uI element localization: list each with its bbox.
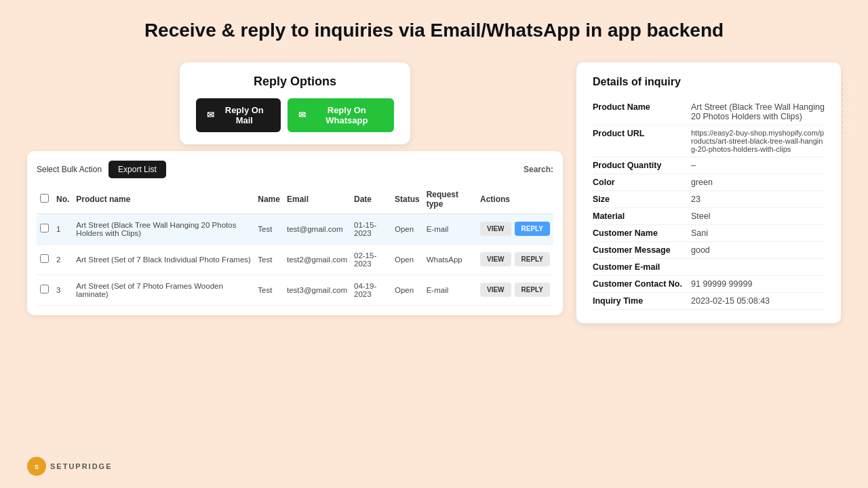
col-request-type: Request type: [423, 185, 477, 214]
detail-customer-contact: Customer Contact No. 91 99999 99999: [593, 275, 825, 292]
reply-options-card: Reply Options ✉ Reply On Mail ✉ Reply On…: [180, 62, 410, 144]
logo-text: SETUPRIDGE: [50, 462, 113, 470]
detail-customer-name: Customer Name Sani: [593, 224, 825, 241]
table-header-row: No. Product name Name Email Date Status …: [37, 185, 553, 214]
row2-request-type: WhatsApp: [423, 244, 477, 274]
detail-product-name: Product Name Art Street (Black Tree Wall…: [593, 99, 825, 125]
col-date: Date: [351, 185, 391, 214]
row3-actions: VIEW REPLY: [477, 274, 553, 305]
right-panel: Details of inquiry Product Name Art Stre…: [576, 62, 841, 323]
detail-material: Material Steel: [593, 207, 825, 224]
row2-status: Open: [391, 244, 423, 274]
table-row: 1 Art Street (Black Tree Wall Hanging 20…: [37, 214, 553, 244]
row1-select[interactable]: [40, 224, 49, 232]
row3-no: 3: [53, 274, 73, 305]
row3-name: Test: [254, 274, 283, 305]
detail-value: green: [691, 174, 825, 190]
row2-reply-button[interactable]: REPLY: [515, 252, 550, 266]
row2-actions: VIEW REPLY: [477, 244, 553, 274]
details-table: Product Name Art Street (Black Tree Wall…: [593, 99, 825, 310]
col-product-name: Product name: [73, 185, 254, 214]
row1-product: Art Street (Black Tree Wall Hanging 20 P…: [73, 214, 254, 244]
details-title: Details of inquiry: [593, 76, 825, 88]
detail-value: https://easy2-buy-shop.myshopify.com/pro…: [691, 125, 825, 157]
export-list-button[interactable]: Export List: [108, 161, 166, 178]
details-card: Details of inquiry Product Name Art Stre…: [576, 62, 841, 323]
row1-email: test@gmail.com: [283, 214, 351, 244]
col-status: Status: [391, 185, 423, 214]
detail-value: Steel: [691, 207, 825, 224]
detail-product-quantity: Product Quantity –: [593, 157, 825, 174]
row3-view-button[interactable]: VIEW: [480, 283, 511, 297]
detail-product-url: Product URL https://easy2-buy-shop.mysho…: [593, 125, 825, 157]
col-no: No.: [53, 185, 73, 214]
row2-date: 02-15-2023: [351, 244, 391, 274]
search-area: Search:: [524, 165, 553, 174]
row3-checkbox: [37, 274, 53, 305]
row1-status: Open: [391, 214, 423, 244]
row1-view-button[interactable]: VIEW: [480, 222, 511, 236]
detail-value: Art Street (Black Tree Wall Hanging 20 P…: [691, 99, 825, 125]
logo-area: S SETUPRIDGE: [27, 457, 113, 476]
row2-name: Test: [254, 244, 283, 274]
detail-customer-email: Customer E-mail: [593, 258, 825, 275]
row1-date: 01-15-2023: [351, 214, 391, 244]
row3-email: test3@gmail.com: [283, 274, 351, 305]
detail-value: 2023-02-15 05:08:43: [691, 292, 825, 309]
bulk-action-label: Select Bulk Action: [37, 165, 102, 174]
row2-checkbox: [37, 244, 53, 274]
left-panel: Reply Options ✉ Reply On Mail ✉ Reply On…: [27, 62, 563, 323]
checkbox-header: [37, 185, 53, 214]
svg-text:S: S: [35, 464, 39, 470]
detail-value: 23: [691, 190, 825, 207]
reply-on-mail-button[interactable]: ✉ Reply On Mail: [196, 98, 281, 132]
table-toolbar: Select Bulk Action Export List Search:: [37, 161, 553, 178]
col-email: Email: [283, 185, 351, 214]
row1-name: Test: [254, 214, 283, 244]
detail-value: [691, 258, 825, 275]
detail-value: –: [691, 157, 825, 174]
detail-color: Color green: [593, 174, 825, 190]
search-label: Search:: [524, 165, 553, 174]
detail-label: Inquiry Time: [593, 292, 691, 309]
logo-icon: S: [27, 457, 46, 476]
row1-checkbox: [37, 214, 53, 244]
col-actions: Actions: [477, 185, 553, 214]
row1-actions: VIEW REPLY: [477, 214, 553, 244]
row1-reply-button[interactable]: REPLY: [515, 222, 550, 236]
row3-date: 04-19-2023: [351, 274, 391, 305]
row1-request-type: E-mail: [423, 214, 477, 244]
detail-label: Customer Name: [593, 224, 691, 241]
row2-no: 2: [53, 244, 73, 274]
detail-label: Size: [593, 190, 691, 207]
detail-label: Color: [593, 174, 691, 190]
detail-inquiry-time: Inquiry Time 2023-02-15 05:08:43: [593, 292, 825, 309]
col-name: Name: [254, 185, 283, 214]
detail-label: Product Name: [593, 99, 691, 125]
reply-options-title: Reply Options: [196, 75, 394, 89]
detail-value: 91 99999 99999: [691, 275, 825, 292]
row3-select[interactable]: [40, 285, 49, 293]
row2-product: Art Street (Set of 7 Black Individual Ph…: [73, 244, 254, 274]
row2-email: test2@gmail.com: [283, 244, 351, 274]
select-all-checkbox[interactable]: [40, 194, 49, 203]
whatsapp-icon: ✉: [298, 110, 306, 120]
reply-on-whatsapp-button[interactable]: ✉ Reply On Whatsapp: [288, 98, 394, 132]
row2-select[interactable]: [40, 254, 49, 263]
row2-view-button[interactable]: VIEW: [480, 252, 511, 266]
row3-request-type: E-mail: [423, 274, 477, 305]
setupridge-logo-svg: S: [31, 460, 43, 472]
table-row: 3 Art Street (Set of 7 Photo Frames Wood…: [37, 274, 553, 305]
detail-label: Product URL: [593, 125, 691, 157]
detail-label: Customer E-mail: [593, 258, 691, 275]
detail-label: Customer Contact No.: [593, 275, 691, 292]
detail-label: Customer Message: [593, 241, 691, 258]
row3-reply-button[interactable]: REPLY: [515, 283, 550, 297]
inquiries-table: No. Product name Name Email Date Status …: [37, 185, 553, 306]
row3-status: Open: [391, 274, 423, 305]
table-row: 2 Art Street (Set of 7 Black Individual …: [37, 244, 553, 274]
row3-product: Art Street (Set of 7 Photo Frames Wooden…: [73, 274, 254, 305]
toolbar-left: Select Bulk Action Export List: [37, 161, 166, 178]
reply-buttons-group: ✉ Reply On Mail ✉ Reply On Whatsapp: [196, 98, 394, 132]
detail-value: Sani: [691, 224, 825, 241]
